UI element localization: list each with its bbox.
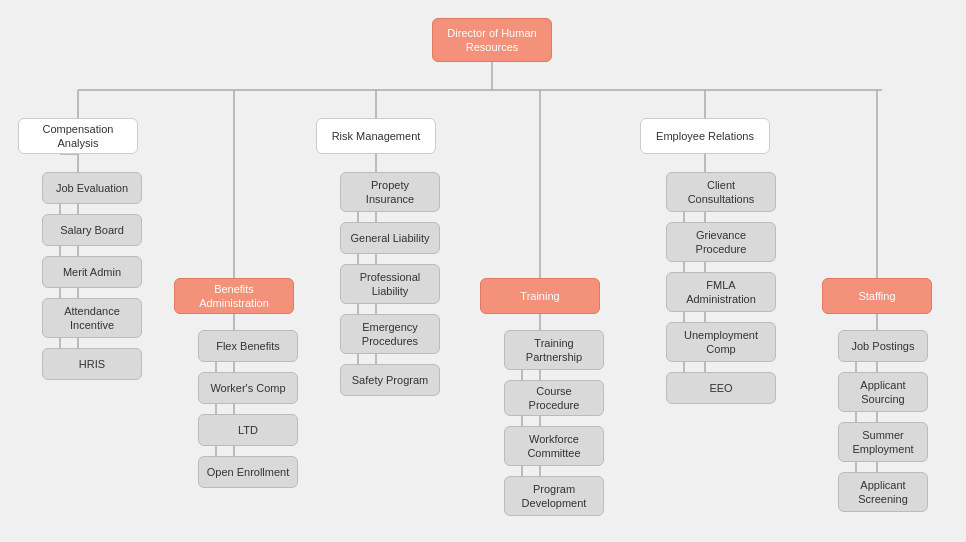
hris-node: HRIS xyxy=(42,348,142,380)
emergency-proc-node: Emergency Procedures xyxy=(340,314,440,354)
ltd-node: LTD xyxy=(198,414,298,446)
safety-prog-node: Safety Program xyxy=(340,364,440,396)
attendance-node: Attendance Incentive xyxy=(42,298,142,338)
property-ins-node: Propety Insurance xyxy=(340,172,440,212)
summer-emp-node: Summer Employment xyxy=(838,422,928,462)
salary-board-node: Salary Board xyxy=(42,214,142,246)
connectors-svg xyxy=(0,0,966,542)
prof-liability-node: Professional Liability xyxy=(340,264,440,304)
training-node: Training xyxy=(480,278,600,314)
prog-dev-node: Program Development xyxy=(504,476,604,516)
client-consult-node: Client Consultations xyxy=(666,172,776,212)
gen-liability-node: General Liability xyxy=(340,222,440,254)
eeo-node: EEO xyxy=(666,372,776,404)
flex-benefits-node: Flex Benefits xyxy=(198,330,298,362)
org-chart: Director of Human Resources Compensation… xyxy=(0,0,966,542)
job-postings-node: Job Postings xyxy=(838,330,928,362)
workforce-comm-node: Workforce Committee xyxy=(504,426,604,466)
workers-comp-node: Worker's Comp xyxy=(198,372,298,404)
merit-admin-node: Merit Admin xyxy=(42,256,142,288)
comp-analysis-node: Compensation Analysis xyxy=(18,118,138,154)
root-node: Director of Human Resources xyxy=(432,18,552,62)
benefits-admin-node: Benefits Administration xyxy=(174,278,294,314)
app-sourcing-node: Applicant Sourcing xyxy=(838,372,928,412)
staffing-node: Staffing xyxy=(822,278,932,314)
grievance-node: Grievance Procedure xyxy=(666,222,776,262)
open-enrollment-node: Open Enrollment xyxy=(198,456,298,488)
job-eval-node: Job Evaluation xyxy=(42,172,142,204)
course-proc-node: Course Procedure xyxy=(504,380,604,416)
training-partner-node: Training Partnership xyxy=(504,330,604,370)
app-screening-node: Applicant Screening xyxy=(838,472,928,512)
unemp-comp-node: Unemployment Comp xyxy=(666,322,776,362)
risk-mgmt-node: Risk Management xyxy=(316,118,436,154)
fmla-node: FMLA Administration xyxy=(666,272,776,312)
emp-relations-node: Employee Relations xyxy=(640,118,770,154)
